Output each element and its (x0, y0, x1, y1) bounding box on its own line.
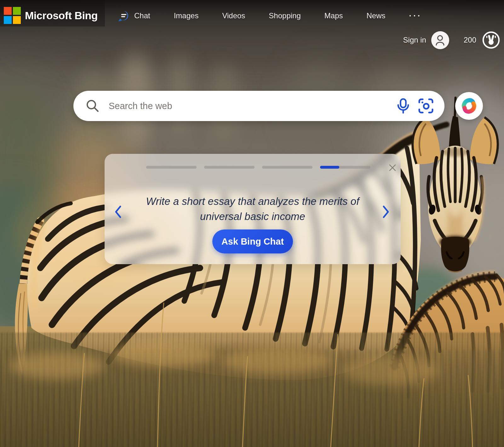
ellipsis-icon: ··· (409, 11, 422, 21)
profile-avatar[interactable] (431, 31, 449, 49)
chevron-right-icon (382, 205, 390, 218)
nav-label: News (366, 11, 385, 20)
microphone-icon (396, 98, 410, 114)
voice-search-button[interactable] (394, 97, 412, 115)
nav-label: Shopping (269, 11, 301, 20)
chat-prompt-card: Write a short essay that analyzes the me… (105, 154, 401, 264)
sign-in-button[interactable]: Sign in (403, 36, 426, 44)
nav-item-chat[interactable]: Chat (118, 10, 150, 22)
microsoft-logo-icon (4, 7, 21, 24)
chevron-left-icon (114, 205, 122, 218)
nav-label: Chat (134, 11, 150, 20)
next-prompt-button[interactable] (379, 202, 393, 221)
carousel-progress (146, 166, 370, 169)
microsoft-bing-logo[interactable]: Microsoft Bing (4, 7, 98, 24)
search-input[interactable] (108, 101, 394, 112)
copilot-icon (461, 97, 478, 114)
rewards-points[interactable]: 200 (464, 36, 476, 44)
nav-item-shopping[interactable]: Shopping (269, 11, 301, 20)
nav-item-videos[interactable]: Videos (222, 11, 245, 20)
progress-segment-1 (146, 166, 197, 169)
account-area: Sign in 200 (403, 30, 501, 50)
search-icon (85, 99, 100, 113)
visual-search-button[interactable] (417, 97, 435, 115)
nav-label: Maps (324, 11, 343, 20)
search-bar (73, 91, 444, 121)
nav-item-maps[interactable]: Maps (324, 11, 343, 20)
previous-prompt-button[interactable] (111, 202, 125, 221)
bing-homepage: Microsoft Bing Chat Images Videos Shoppi… (0, 0, 504, 447)
brand-title: Microsoft Bing (25, 9, 98, 22)
nav-item-news[interactable]: News (366, 11, 385, 20)
top-nav: Chat Images Videos Shopping Maps News ··… (118, 0, 422, 32)
prompt-text: Write a short essay that analyzes the me… (136, 194, 369, 224)
ask-bing-chat-button[interactable]: Ask Bing Chat (212, 229, 293, 253)
close-icon (388, 164, 397, 172)
medal-icon (482, 31, 500, 49)
progress-fill (320, 166, 339, 169)
close-card-button[interactable] (387, 162, 398, 173)
progress-segment-3 (262, 166, 312, 169)
rewards-button[interactable] (481, 30, 501, 50)
nav-item-images[interactable]: Images (174, 11, 199, 20)
nav-item-more[interactable]: ··· (409, 11, 422, 21)
copilot-button[interactable] (455, 92, 483, 120)
progress-segment-4 (320, 166, 370, 169)
nav-label: Videos (222, 11, 245, 20)
chat-bubble-icon (118, 10, 130, 22)
nav-label: Images (174, 11, 199, 20)
camera-viewfinder-icon (417, 98, 434, 114)
progress-segment-2 (204, 166, 255, 169)
person-icon (434, 34, 446, 46)
